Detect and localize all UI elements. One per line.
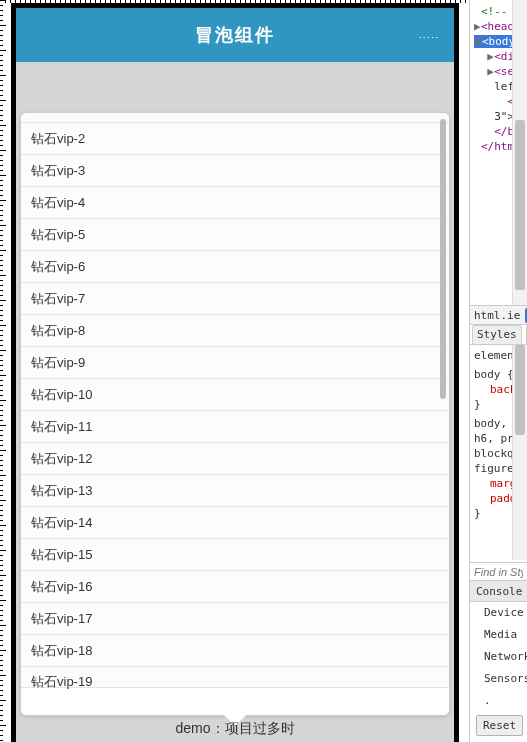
list-item[interactable]: 钻石vip-10 (21, 379, 449, 411)
console-label: Console (476, 585, 522, 598)
list-item[interactable]: 钻石vip-7 (21, 283, 449, 315)
list-item[interactable]: 钻石vip-18 (21, 635, 449, 667)
styles-scrollbar-thumb[interactable] (515, 345, 525, 435)
list-item[interactable]: 钻石vip-15 (21, 539, 449, 571)
styles-scrollbar[interactable] (512, 345, 527, 560)
list-item[interactable]: 钻石vip-11 (21, 411, 449, 443)
list-item[interactable]: 钻石vip-5 (21, 219, 449, 251)
devtools-panel: <!--▶<head▼<body ▶<di ▶<se left: <di 3">… (469, 0, 527, 742)
list-item[interactable]: 钻石vip-9 (21, 347, 449, 379)
tab-styles[interactable]: Styles (472, 325, 522, 344)
more-icon[interactable]: ..... (419, 31, 440, 40)
list-item[interactable]: 钻石vip-17 (21, 603, 449, 635)
drawer-item[interactable]: Device (470, 602, 527, 624)
list-item[interactable]: 钻石vip-13 (21, 475, 449, 507)
popup-list: 钻石vip-2钻石vip-3钻石vip-4钻石vip-5钻石vip-6钻石vip… (21, 113, 449, 688)
demo-caption-text: demo：项目过多时 (175, 720, 294, 738)
reset-button[interactable]: Reset (476, 715, 523, 736)
drawer-panel: DeviceMediaNetworkSensors . Reset (470, 602, 527, 742)
demo-caption: demo：项目过多时 (16, 715, 454, 742)
list-item[interactable] (21, 113, 449, 123)
list-item[interactable]: 钻石vip-6 (21, 251, 449, 283)
app-header: 冒泡组件 ..... (16, 8, 454, 62)
popup-scroll-area[interactable]: 钻石vip-2钻石vip-3钻石vip-4钻石vip-5钻石vip-6钻石vip… (21, 113, 449, 715)
popup-scrollbar-thumb[interactable] (440, 119, 446, 399)
list-item[interactable]: 钻石vip-16 (21, 571, 449, 603)
drawer-item[interactable]: Sensors . (470, 668, 527, 690)
find-in-styles-row (470, 562, 527, 580)
console-drawer-tab[interactable]: Console (470, 580, 527, 602)
list-item[interactable]: 钻石vip-3 (21, 155, 449, 187)
drawer-item[interactable]: Media (470, 624, 527, 646)
breadcrumb[interactable]: html.ie b (470, 305, 527, 325)
list-item[interactable]: 钻石vip-4 (21, 187, 449, 219)
dom-scrollbar[interactable] (512, 0, 527, 305)
list-item[interactable]: 钻石vip-14 (21, 507, 449, 539)
list-item[interactable]: 钻石vip-19 (21, 667, 449, 688)
breadcrumb-item[interactable]: html.ie (470, 309, 524, 322)
list-item[interactable]: 钻石vip-12 (21, 443, 449, 475)
styles-pane[interactable]: element.sbody {backgro}body, divh6, pre,… (470, 345, 512, 580)
list-item[interactable]: 钻石vip-2 (21, 123, 449, 155)
dom-scrollbar-thumb[interactable] (515, 120, 525, 290)
find-in-styles-input[interactable] (470, 563, 527, 581)
popup-scrollbar[interactable] (440, 119, 446, 709)
list-item[interactable]: 钻石vip-8 (21, 315, 449, 347)
drawer-item[interactable]: Network (470, 646, 527, 668)
ruler-vertical (0, 0, 3, 742)
bubble-popup: 钻石vip-2钻石vip-3钻石vip-4钻石vip-5钻石vip-6钻石vip… (20, 112, 450, 716)
device-frame: 冒泡组件 ..... 钻石vip-2钻石vip-3钻石vip-4钻石vip-5钻… (11, 3, 459, 742)
drawer-list: DeviceMediaNetworkSensors . (470, 602, 527, 690)
header-title: 冒泡组件 (195, 23, 275, 47)
devtools-tabs: Styles Ev (470, 325, 527, 345)
